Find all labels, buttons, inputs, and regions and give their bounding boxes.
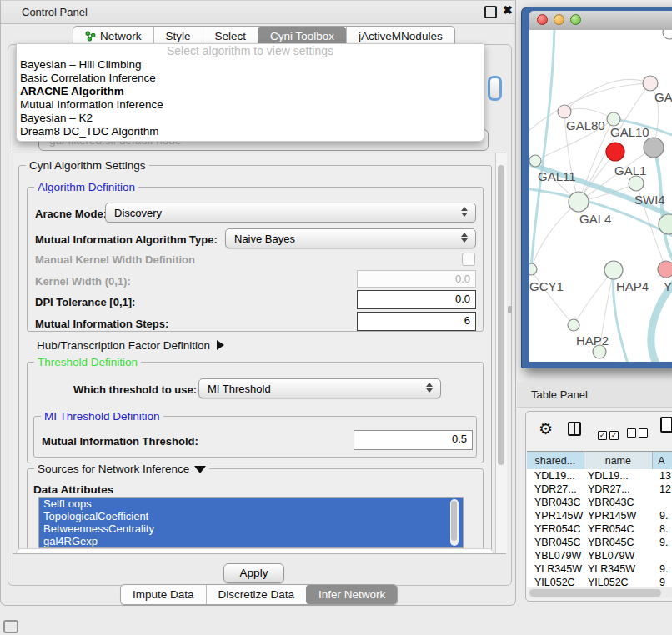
table-cell: 8. xyxy=(654,522,672,536)
algorithm-option-bayesian-k2[interactable]: Bayesian – K2 xyxy=(17,112,484,125)
table-row[interactable]: YBL079WYBL079W xyxy=(527,549,672,562)
select-all-checkboxes-icon[interactable]: ✓✓ xyxy=(598,426,621,441)
close-icon[interactable]: ✖ xyxy=(503,3,513,17)
table-cell: YLR345W xyxy=(527,562,584,576)
column-header-shared[interactable]: shared... xyxy=(527,452,584,470)
table-row[interactable]: YBR045CYBR045C9. xyxy=(527,536,672,549)
node-swi4[interactable] xyxy=(659,214,672,234)
node-gal11[interactable] xyxy=(529,155,541,167)
float-window-icon[interactable] xyxy=(484,6,497,18)
minimize-traffic-light[interactable] xyxy=(554,14,564,25)
focused-combo-fragment[interactable] xyxy=(488,76,502,101)
close-traffic-light[interactable] xyxy=(537,14,548,25)
column-layout-icon[interactable] xyxy=(568,422,581,436)
tab-label: Style xyxy=(166,30,191,42)
dpi-tolerance-input[interactable]: 0.0 xyxy=(357,290,476,309)
table-cell: YIL052C xyxy=(527,576,584,587)
zoom-traffic-light[interactable] xyxy=(570,14,581,25)
mi-steps-input[interactable]: 6 xyxy=(357,312,476,331)
panel-resize-handle[interactable] xyxy=(508,306,512,313)
cyni-settings-pane: Cyni Algorithm Settings Algorithm Defini… xyxy=(13,152,506,554)
table-cell: YDL19... xyxy=(584,469,654,482)
table-cell: YPR145W xyxy=(527,509,584,522)
table-panel-titlebar: Table Panel xyxy=(517,382,672,408)
manual-kernel-width-checkbox[interactable] xyxy=(462,252,475,266)
table-cell: 9. xyxy=(654,562,672,576)
which-threshold-select[interactable]: MI Threshold xyxy=(198,378,441,398)
gear-icon[interactable]: ⚙ xyxy=(539,419,553,438)
sources-group-title[interactable]: Sources for Network Inference xyxy=(34,462,209,475)
tab-label: Select xyxy=(215,30,247,42)
algorithm-option-mutual-information-inference[interactable]: Mutual Information Inference xyxy=(17,98,484,112)
settings-vertical-scrollbar[interactable] xyxy=(495,153,507,553)
new-table-icon[interactable] xyxy=(660,417,672,432)
network-window-titlebar[interactable] xyxy=(529,11,672,31)
table-cell: 13 xyxy=(654,469,672,482)
apply-button[interactable]: Apply xyxy=(223,563,284,583)
node[interactable] xyxy=(663,30,672,39)
network-canvas[interactable]: GALGAL80GAL10GAL1GAL11SWI4GAL4GCY1HAP4YH… xyxy=(529,30,672,362)
minimized-panel-icon[interactable] xyxy=(3,620,18,633)
node-gcy1[interactable] xyxy=(529,263,537,275)
node-label-gal80: GAL80 xyxy=(566,118,605,132)
mi-threshold-label: Mutual Information Threshold: xyxy=(42,435,198,448)
data-attributes-list[interactable]: SelfLoopsTopologicalCoefficientBetweenne… xyxy=(38,497,464,548)
table-cell: YER054C xyxy=(584,522,654,536)
aracne-mode-label: Aracne Mode: xyxy=(35,208,107,220)
mi-algorithm-type-label: Mutual Information Algorithm Type: xyxy=(35,233,218,246)
mi-algorithm-type-select[interactable]: Naive Bayes xyxy=(225,228,476,248)
algorithm-option-dream8-dc-tdc-algorithm[interactable]: Dream8 DC_TDC Algorithm xyxy=(17,125,484,138)
column-header-a[interactable]: A xyxy=(653,452,672,470)
node[interactable] xyxy=(593,345,606,358)
attribute-item-selfloops[interactable]: SelfLoops xyxy=(39,498,463,510)
sources-title-text: Sources for Network Inference xyxy=(38,462,189,475)
table-horizontal-scrollbar[interactable] xyxy=(528,588,672,598)
manual-kernel-width-label: Manual Kernel Width Definition xyxy=(35,253,195,266)
table-row[interactable]: YER054CYER054C8. xyxy=(527,522,672,536)
table-row[interactable]: YDL19...YDL19...13 xyxy=(527,469,672,482)
aracne-mode-value: Discovery xyxy=(114,207,162,219)
node-hap2[interactable] xyxy=(568,319,579,331)
table-row[interactable]: YIL052CYIL052C9 xyxy=(527,576,672,587)
algorithm-option-bayesian-hill-climbing[interactable]: Bayesian – Hill Climbing xyxy=(17,58,484,72)
node-gal80[interactable] xyxy=(558,105,571,118)
kernel-width-input[interactable]: 0.0 xyxy=(357,270,476,288)
node[interactable] xyxy=(606,142,624,161)
algorithm-option-basic-correlation-inference[interactable]: Basic Correlation Inference xyxy=(17,72,484,85)
attribute-item-gal4rgexp[interactable]: gal4RGexp xyxy=(39,535,463,548)
table-row[interactable]: YPR145WYPR145W9. xyxy=(527,509,672,522)
node[interactable] xyxy=(644,138,664,158)
bottom-tab-infer-network[interactable]: Infer Network xyxy=(306,585,397,604)
which-threshold-label: Which threshold to use: xyxy=(73,383,197,396)
settings-horizontal-scrollbar[interactable] xyxy=(16,548,494,554)
table-panel: ⚙ ✓✓ shared...nameA YDL19...YDL19...13YD… xyxy=(525,411,672,602)
attribute-item-betweennesscentrality[interactable]: BetweennessCentrality xyxy=(39,522,463,535)
table-row[interactable]: YDR27...YDR27...12 xyxy=(527,482,672,496)
node-gal[interactable] xyxy=(643,76,658,91)
node-label-gal4: GAL4 xyxy=(579,212,611,226)
hub-section-toggle[interactable]: Hub/Transcription Factor Definition xyxy=(37,339,224,352)
table-cell: YBR045C xyxy=(584,536,654,549)
node-label-gal10: GAL10 xyxy=(610,125,649,139)
node-hap4[interactable] xyxy=(604,261,623,279)
bottom-tab-discretize-data[interactable]: Discretize Data xyxy=(206,585,307,604)
bottom-tab-impute-data[interactable]: Impute Data xyxy=(121,585,206,604)
column-header-name[interactable]: name xyxy=(584,452,654,470)
table-cell: YDR27... xyxy=(527,482,584,496)
algorithm-option-aracne-algorithm[interactable]: ARACNE Algorithm xyxy=(17,85,484,98)
node-gal1[interactable] xyxy=(629,176,644,191)
deselect-all-checkboxes-icon[interactable] xyxy=(627,426,650,441)
table-cell: 9. xyxy=(654,509,672,522)
attribute-list-scrollbar[interactable] xyxy=(450,499,459,546)
mi-threshold-input[interactable]: 0.5 xyxy=(354,430,473,450)
table-cell: YPR145W xyxy=(584,509,654,522)
table-cell: 12 xyxy=(654,482,672,496)
dpi-tolerance-label: DPI Tolerance [0,1]: xyxy=(35,296,135,308)
attribute-item-topologicalcoefficient[interactable]: TopologicalCoefficient xyxy=(39,510,463,522)
node-gal4[interactable] xyxy=(569,192,589,212)
node-gal10[interactable] xyxy=(607,112,620,126)
table-row[interactable]: YBR043CYBR043C xyxy=(527,496,672,509)
node-y[interactable] xyxy=(658,261,672,278)
aracne-mode-select[interactable]: Discovery xyxy=(105,202,476,222)
table-row[interactable]: YLR345WYLR345W9. xyxy=(527,562,672,576)
